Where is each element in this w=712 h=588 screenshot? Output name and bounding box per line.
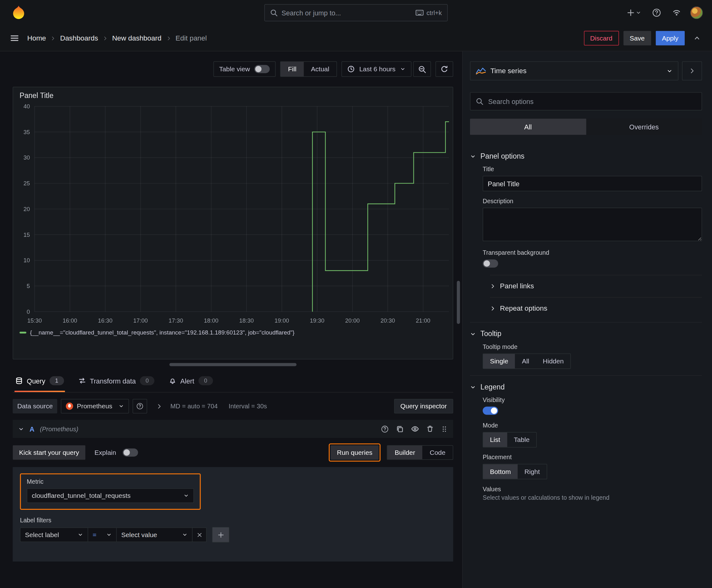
select-value-dropdown[interactable]: Select value bbox=[116, 527, 192, 542]
menu-toggle-button[interactable] bbox=[7, 31, 22, 45]
duplicate-icon[interactable] bbox=[396, 425, 404, 433]
fill-option[interactable]: Fill bbox=[281, 62, 304, 76]
horizontal-scrollbar[interactable] bbox=[170, 363, 297, 366]
grafana-logo[interactable] bbox=[11, 5, 26, 20]
legend-mode-list[interactable]: List bbox=[483, 433, 507, 447]
data-source-value: Prometheus bbox=[77, 403, 112, 410]
values-label: Values bbox=[483, 486, 702, 492]
save-button[interactable]: Save bbox=[623, 31, 651, 45]
chevron-right-icon bbox=[490, 306, 495, 311]
discard-button[interactable]: Discard bbox=[584, 31, 619, 45]
fill-actual-switch: Fill Actual bbox=[280, 61, 337, 77]
help-icon[interactable] bbox=[381, 425, 389, 433]
options-search[interactable] bbox=[470, 92, 702, 110]
series-label[interactable]: {__name__="cloudflared_tunnel_total_requ… bbox=[30, 329, 294, 336]
tab-transform[interactable]: Transform data 0 bbox=[78, 372, 155, 392]
query-editor-body: Metric cloudflared_tunnel_total_requests… bbox=[13, 467, 453, 562]
user-avatar[interactable] bbox=[690, 6, 703, 19]
tab-alert[interactable]: Alert 0 bbox=[168, 372, 214, 392]
add-filter-button[interactable] bbox=[212, 527, 229, 543]
tooltip-header[interactable]: Tooltip bbox=[470, 322, 702, 344]
help-icon bbox=[136, 403, 144, 410]
svg-text:30: 30 bbox=[24, 154, 30, 161]
chevron-down-icon bbox=[470, 153, 476, 159]
time-range-picker[interactable]: Last 6 hours bbox=[342, 61, 411, 77]
transparent-background-toggle[interactable] bbox=[483, 259, 498, 268]
collapse-button[interactable] bbox=[689, 31, 705, 45]
data-source-help-button[interactable] bbox=[133, 399, 147, 413]
metric-label: Metric bbox=[27, 478, 194, 485]
tab-overrides[interactable]: Overrides bbox=[586, 119, 702, 135]
edit-area: Table view Fill Actual Last 6 hours bbox=[0, 51, 462, 588]
top-search[interactable]: Search or jump to... ctrl+k bbox=[264, 4, 448, 21]
tooltip-mode-all[interactable]: All bbox=[515, 354, 536, 369]
zoom-out-button[interactable] bbox=[413, 61, 431, 77]
breadcrumb-home[interactable]: Home bbox=[27, 34, 46, 42]
svg-text:20:00: 20:00 bbox=[345, 317, 360, 324]
legend-mode-table[interactable]: Table bbox=[507, 433, 537, 447]
panel-title-input[interactable] bbox=[483, 176, 702, 191]
remove-filter-button[interactable] bbox=[192, 527, 207, 542]
vertical-scrollbar[interactable] bbox=[457, 281, 460, 324]
legend-header[interactable]: Legend bbox=[470, 376, 702, 397]
code-option[interactable]: Code bbox=[423, 446, 453, 459]
kick-start-button[interactable]: Kick start your query bbox=[13, 445, 86, 460]
tooltip-mode-hidden[interactable]: Hidden bbox=[536, 354, 570, 369]
zoom-out-icon bbox=[418, 65, 426, 73]
repeat-options-row[interactable]: Repeat options bbox=[490, 297, 702, 319]
chevron-down-icon bbox=[667, 68, 672, 74]
visualization-picker[interactable]: Time series bbox=[470, 61, 678, 80]
drag-handle-icon[interactable] bbox=[441, 426, 448, 433]
refresh-button[interactable] bbox=[435, 61, 453, 77]
apply-button[interactable]: Apply bbox=[655, 31, 685, 45]
editor-tabs: Query 1 Transform data 0 Alert 0 bbox=[13, 372, 453, 393]
tab-query[interactable]: Query 1 bbox=[15, 372, 65, 392]
description-textarea[interactable] bbox=[483, 208, 702, 241]
run-queries-button[interactable]: Run queries bbox=[330, 445, 379, 460]
tooltip-mode-switch: Single All Hidden bbox=[483, 353, 571, 369]
time-series-icon bbox=[476, 67, 486, 75]
table-view-toggle[interactable] bbox=[254, 65, 270, 73]
query-inspector-button[interactable]: Query inspector bbox=[394, 399, 453, 413]
visibility-toggle[interactable] bbox=[483, 407, 498, 415]
news-button[interactable] bbox=[670, 6, 683, 19]
actual-option[interactable]: Actual bbox=[304, 62, 337, 76]
select-label-dropdown[interactable]: Select label bbox=[20, 527, 88, 542]
panel-options-header[interactable]: Panel options bbox=[470, 145, 702, 166]
panel-links-row[interactable]: Panel links bbox=[490, 275, 702, 297]
legend-mode-switch: List Table bbox=[483, 432, 537, 447]
refresh-icon bbox=[440, 65, 448, 73]
chevron-down-icon bbox=[118, 403, 124, 408]
tab-query-label: Query bbox=[27, 377, 45, 385]
expand-options-button[interactable] bbox=[154, 401, 164, 411]
breadcrumb-dashboards[interactable]: Dashboards bbox=[60, 34, 98, 42]
eye-icon[interactable] bbox=[411, 425, 419, 433]
add-button[interactable] bbox=[625, 7, 643, 19]
broadcast-icon bbox=[672, 8, 681, 17]
operator-dropdown[interactable]: = bbox=[88, 527, 117, 542]
panel-preview: Panel Title 051015202530354015:3016:0016… bbox=[13, 87, 453, 359]
database-icon bbox=[15, 377, 23, 384]
query-ref-id[interactable]: A bbox=[29, 425, 35, 433]
placement-right[interactable]: Right bbox=[518, 464, 546, 479]
metric-select[interactable]: cloudflared_tunnel_total_requests bbox=[27, 488, 194, 503]
breadcrumb-new-dashboard[interactable]: New dashboard bbox=[112, 34, 161, 42]
data-source-picker[interactable]: Prometheus bbox=[61, 399, 129, 413]
explain-toggle[interactable] bbox=[123, 448, 138, 457]
chart-legend[interactable]: {__name__="cloudflared_tunnel_total_requ… bbox=[13, 328, 453, 340]
label-filter-group: Select label = Select value bbox=[20, 527, 207, 542]
help-button[interactable] bbox=[650, 6, 663, 19]
legend-mode-label: Mode bbox=[483, 422, 702, 429]
tab-all[interactable]: All bbox=[470, 119, 586, 135]
builder-option[interactable]: Builder bbox=[387, 446, 423, 459]
chevron-down-icon[interactable] bbox=[18, 426, 24, 432]
interval-stat: Interval = 30s bbox=[229, 403, 267, 410]
trash-icon[interactable] bbox=[426, 425, 434, 433]
transform-count-badge: 0 bbox=[140, 376, 154, 385]
options-search-input[interactable] bbox=[487, 97, 696, 106]
sidebar-collapse-button[interactable] bbox=[682, 61, 702, 80]
query-row-actions bbox=[381, 425, 448, 433]
description-label: Description bbox=[483, 197, 702, 205]
tooltip-mode-single[interactable]: Single bbox=[483, 354, 515, 369]
placement-bottom[interactable]: Bottom bbox=[483, 464, 518, 479]
